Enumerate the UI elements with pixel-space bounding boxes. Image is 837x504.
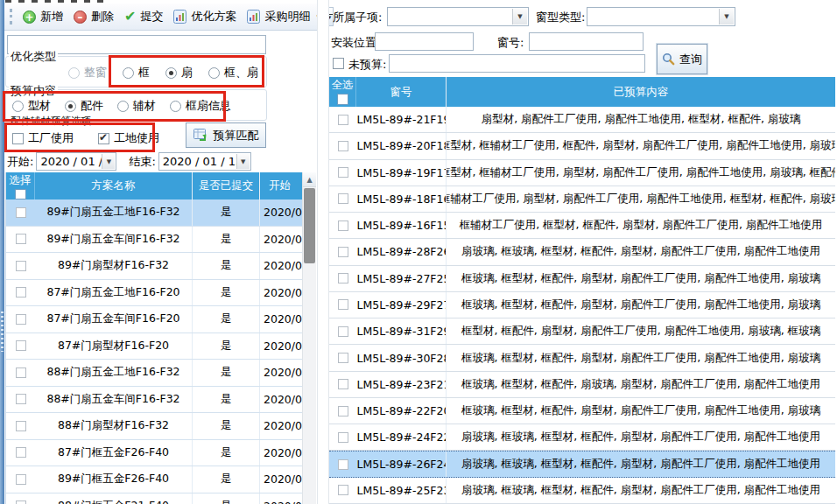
plan-row[interactable]: 88#门扇五金车间F16-F32 是 2020/0: [6, 387, 316, 414]
row-checkbox[interactable]: [338, 432, 348, 443]
row-checkbox[interactable]: [338, 485, 348, 495]
arrow-up-icon[interactable]: ▲: [303, 172, 316, 187]
window-row[interactable]: LM5L-89#-21F19 扇型材, 扇配件工厂使用, 扇配件工地使用, 框型…: [329, 107, 835, 133]
radio-profile[interactable]: [12, 101, 24, 112]
plan-name-cell: 87#门扇五金工地F16-F20: [35, 280, 193, 306]
sub-item-select[interactable]: ▼: [387, 7, 529, 26]
budget-match-button[interactable]: 预算匹配: [186, 122, 266, 148]
header-submitted: 是否已提交: [193, 172, 260, 200]
unbudgeted-checkbox[interactable]: [333, 58, 344, 69]
window-row[interactable]: LM5L-89#-30F28 框玻璃, 框型材, 框配件, 扇型材, 扇配件工厂…: [329, 345, 835, 371]
row-checkbox[interactable]: [16, 314, 26, 325]
window-row[interactable]: LM5L-89#-20F18 框型材, 框辅材工厂使用, 框配件, 扇型材, 扇…: [329, 133, 835, 159]
window-row[interactable]: LM5L-89#-22F20 框玻璃, 框型材, 框配件, 扇型材, 扇配件工厂…: [329, 398, 835, 424]
toolbar-grip[interactable]: [10, 9, 12, 24]
plan-row[interactable]: 88#门扇型材F16-F32 是 2020/0: [6, 413, 316, 440]
plan-row[interactable]: 87#门扇五金车间F16-F20 是 2020/0: [6, 306, 316, 333]
plan-submitted-cell: 是: [193, 227, 260, 253]
window-no-input[interactable]: [529, 32, 644, 51]
window-row-select-cell: [329, 398, 356, 424]
window-row[interactable]: LM5L-89#-18F16 框辅材工厂使用, 扇型材, 扇配件工厂使用, 扇配…: [329, 186, 835, 213]
radio-frame-sash-info[interactable]: [170, 101, 181, 112]
window-row[interactable]: LM5L-89#-24F22 扇玻璃, 框玻璃, 框型材, 框配件, 扇型材, …: [329, 424, 835, 451]
row-checkbox[interactable]: [338, 193, 348, 204]
unbudgeted-input[interactable]: [389, 54, 645, 73]
row-checkbox[interactable]: [338, 379, 348, 389]
row-checkbox[interactable]: [16, 500, 26, 504]
chevron-down-icon[interactable]: ▼: [512, 9, 527, 24]
window-row[interactable]: LM5L-89#-16F15 框辅材工厂使用, 框型材, 框配件, 扇型材, 扇…: [329, 213, 835, 239]
plan-row[interactable]: 89#门框五金F26-F40 是 2020/0: [6, 466, 316, 494]
plan-name-cell: 89#门框五金F26-F40: [35, 466, 193, 493]
row-checkbox[interactable]: [16, 340, 26, 351]
window-row[interactable]: LM5L-89#-26F24 扇玻璃, 框玻璃, 框型材, 框配件, 扇型材, …: [329, 451, 835, 477]
add-button[interactable]: + 新增: [18, 6, 68, 27]
chevron-down-icon[interactable]: ▼: [102, 154, 115, 169]
window-row[interactable]: LM5L-89#-28F26 扇玻璃, 框玻璃, 框型材, 框配件, 扇型材, …: [329, 239, 835, 265]
row-checkbox[interactable]: [338, 299, 348, 310]
plans-table-scrollbar[interactable]: ▲: [302, 172, 316, 504]
window-row[interactable]: LM5L-89#-29F27 框玻璃, 框型材, 框配件, 扇型材, 扇配件工厂…: [329, 292, 835, 318]
row-checkbox[interactable]: [338, 406, 348, 416]
install-position-input[interactable]: [375, 32, 474, 51]
row-checkbox[interactable]: [16, 447, 26, 458]
row-checkbox[interactable]: [16, 394, 26, 404]
select-all-checkbox[interactable]: [337, 94, 348, 105]
row-checkbox[interactable]: [16, 287, 26, 298]
radio-frame-sash[interactable]: [208, 67, 220, 79]
row-checkbox[interactable]: [338, 273, 348, 284]
row-checkbox[interactable]: [338, 459, 348, 470]
end-date-picker[interactable]: 2020 / 01 / 13 ▼: [158, 152, 251, 171]
start-date-picker[interactable]: 2020 / 01 / 1 ▼: [36, 152, 116, 171]
window-row-select-cell: [329, 424, 356, 450]
window-row-select-cell: [329, 213, 356, 238]
radio-fitting[interactable]: [65, 101, 76, 112]
window-row[interactable]: LM5L-89#-23F21 框玻璃, 框型材, 框配件, 扇玻璃, 扇型材, …: [329, 372, 835, 398]
row-checkbox[interactable]: [338, 353, 348, 363]
plan-row[interactable]: 89#门扇型材F16-F32 是 2020/0: [6, 253, 316, 280]
row-checkbox[interactable]: [338, 115, 348, 125]
radio-frame[interactable]: [123, 67, 134, 79]
select-all-checkbox[interactable]: [15, 189, 26, 200]
row-checkbox[interactable]: [16, 474, 26, 485]
row-checkbox[interactable]: [16, 368, 26, 378]
plan-row[interactable]: 88#门扇五金工地F16-F32 是 2020/0: [6, 360, 316, 387]
radio-auxiliary[interactable]: [117, 101, 129, 112]
plan-row[interactable]: 88#门框五金F21-F40 是 2020/0: [6, 494, 316, 504]
optimize-plan-button[interactable]: 优化方案: [168, 6, 242, 27]
plan-row[interactable]: 89#门扇五金工地F16-F32 是 2020/0: [6, 200, 316, 227]
delete-button[interactable]: – 删除: [68, 6, 119, 27]
plan-row[interactable]: 87#门框五金F26-F40 是 2020/0: [6, 440, 316, 467]
plan-name-cell: 89#门扇五金工地F16-F32: [35, 200, 193, 226]
row-checkbox[interactable]: [16, 261, 26, 271]
window-row[interactable]: LM5L-89#-27F25 框玻璃, 框型材, 框配件, 扇型材, 扇配件工厂…: [329, 266, 835, 292]
plan-row[interactable]: 87#门扇五金工地F16-F20 是 2020/0: [6, 280, 316, 307]
plan-row[interactable]: 87#门扇型材F16-F20 是 2020/0: [6, 333, 316, 360]
window-type-select[interactable]: ▼: [587, 7, 735, 26]
purchase-detail-button[interactable]: 采购明细 ▾: [242, 6, 326, 27]
window-row[interactable]: LM5L-89#-25F23 扇玻璃, 框玻璃, 框型材, 框配件, 扇型材, …: [329, 478, 835, 504]
chevron-down-icon[interactable]: ▼: [719, 9, 734, 24]
row-checkbox[interactable]: [338, 220, 348, 231]
query-button[interactable]: 查询: [657, 44, 707, 74]
row-checkbox[interactable]: [16, 421, 26, 431]
plan-submitted-cell: 是: [193, 494, 260, 504]
window-row[interactable]: LM5L-89#-19F17 框型材, 框辅材工厂使用, 扇型材, 扇配件工厂使…: [329, 160, 835, 186]
row-checkbox[interactable]: [16, 207, 26, 218]
row-checkbox[interactable]: [338, 247, 348, 257]
radio-whole-window[interactable]: [68, 67, 80, 79]
site-use-checkbox[interactable]: [98, 133, 109, 144]
row-checkbox[interactable]: [338, 167, 348, 178]
row-checkbox[interactable]: [338, 326, 348, 337]
dock-gripper[interactable]: [1, 312, 4, 352]
window-row[interactable]: LM5L-89#-31F29 框型材, 框配件, 扇型材, 扇配件工厂使用, 扇…: [329, 318, 835, 345]
radio-sash[interactable]: [165, 67, 177, 79]
submit-button[interactable]: ✔ 提交: [119, 6, 168, 27]
row-checkbox[interactable]: [16, 234, 26, 244]
factory-use-checkbox[interactable]: [12, 133, 24, 144]
chevron-down-icon[interactable]: ▼: [236, 154, 250, 169]
row-checkbox[interactable]: [338, 141, 348, 151]
option-site-use: 工地使用: [98, 130, 159, 146]
plan-row[interactable]: 89#门扇五金车间F16-F32 是 2020/0: [6, 227, 316, 254]
scrollbar-thumb[interactable]: [304, 188, 315, 263]
